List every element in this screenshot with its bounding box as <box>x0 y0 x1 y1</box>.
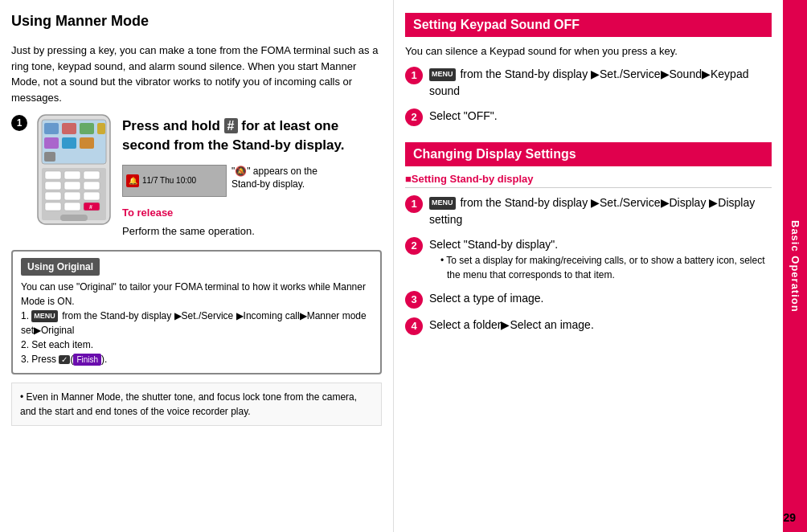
svg-rect-4 <box>80 123 94 134</box>
keypad-step-1: 1 MENU from the Stand-by display ▶Set./S… <box>405 66 772 100</box>
left-intro-text: Just by pressing a key, you can make a t… <box>11 43 382 105</box>
display-step-4-number: 4 <box>405 317 423 335</box>
display-step-2: 2 Select "Stand-by display". • To set a … <box>405 236 772 282</box>
svg-rect-11 <box>45 171 61 179</box>
note-box: • Even in Manner Mode, the shutter tone,… <box>11 383 382 426</box>
display-step-2-number: 2 <box>405 237 423 255</box>
keypad-step-2-number: 2 <box>405 108 423 126</box>
to-release-text: Perform the same operation. <box>122 225 382 237</box>
keypad-intro: You can silence a Keypad sound for when … <box>405 43 772 59</box>
using-original-title: Using Original <box>21 258 100 276</box>
manner-icon: 🔔 <box>126 174 139 187</box>
svg-rect-17 <box>45 192 61 200</box>
svg-rect-13 <box>84 171 100 179</box>
to-release-label: To release <box>122 207 382 219</box>
display-menu-icon: MENU <box>429 197 456 210</box>
finish-badge: Finish <box>73 354 101 366</box>
keypad-step-1-number: 1 <box>405 67 423 84</box>
display-step-3-text: Select a type of image. <box>429 292 543 305</box>
svg-rect-24 <box>60 215 88 221</box>
keypad-step-2-content: Select "OFF". <box>429 108 772 125</box>
checkmark-icon: ✓ <box>59 355 70 364</box>
keypad-section-title: Setting Keypad Sound OFF <box>405 13 772 37</box>
right-panel: Setting Keypad Sound OFF You can silence… <box>394 0 783 532</box>
display-step-3-content: Select a type of image. <box>429 290 772 307</box>
using-original-box: Using Original You can use "Original" to… <box>11 250 382 374</box>
svg-rect-19 <box>84 192 100 200</box>
keypad-step-1-content: MENU from the Stand-by display ▶Set./Ser… <box>429 66 772 100</box>
display-step-4-content: Select a folder▶Select an image. <box>429 317 772 334</box>
phone-screen-preview: 🔔 11/7 Thu 10:00 <box>122 165 227 197</box>
phone-illustration: # <box>34 113 114 226</box>
keypad-menu-icon: MENU <box>429 68 456 81</box>
left-panel: Using Manner Mode Just by pressing a key… <box>0 0 394 532</box>
svg-rect-15 <box>64 182 80 190</box>
svg-rect-21 <box>64 203 80 211</box>
display-step-1: 1 MENU from the Stand-by display ▶Set./S… <box>405 194 772 228</box>
svg-rect-2 <box>44 123 59 134</box>
display-step-2-bullet: • To set a display for making/receiving … <box>440 253 772 282</box>
display-step-2-text: Select "Stand-by display". <box>429 238 558 251</box>
display-section-title: Changing Display Settings <box>405 142 772 166</box>
svg-rect-7 <box>62 137 76 149</box>
svg-rect-8 <box>80 137 94 149</box>
using-original-body: You can use "Original" to tailor your FO… <box>21 280 372 366</box>
left-section-title: Using Manner Mode <box>11 13 382 30</box>
keypad-step-2-text: Select "OFF". <box>429 109 498 122</box>
svg-rect-14 <box>45 182 61 190</box>
svg-rect-20 <box>45 203 61 211</box>
display-step-4: 4 Select a folder▶Select an image. <box>405 317 772 335</box>
step-1-row: 1 <box>11 113 382 237</box>
step-1-number: 1 <box>11 115 27 131</box>
sidebar-tab: Basic Operation <box>783 0 807 532</box>
display-step-1-number: 1 <box>405 195 423 213</box>
main-content: Using Manner Mode Just by pressing a key… <box>0 0 807 532</box>
svg-rect-6 <box>44 137 59 149</box>
keypad-step-2: 2 Select "OFF". <box>405 108 772 126</box>
menu-icon-1: MENU <box>31 310 58 323</box>
svg-rect-12 <box>64 171 80 179</box>
step-1-instruction: Press and hold # for at least one second… <box>122 117 382 155</box>
screen-datetime: 11/7 Thu 10:00 <box>142 176 196 185</box>
keypad-section: Setting Keypad Sound OFF You can silence… <box>405 13 772 134</box>
step-1-area: # Press and hold # for at least one seco… <box>34 113 382 237</box>
svg-rect-3 <box>62 123 76 134</box>
display-sub-title: ■Setting Stand-by display <box>405 173 772 188</box>
svg-rect-5 <box>97 123 105 134</box>
screen-preview-area: 🔔 11/7 Thu 10:00 "🔕" appears on the Stan… <box>122 165 382 197</box>
display-step-3-number: 3 <box>405 291 423 309</box>
display-section: Changing Display Settings ■Setting Stand… <box>405 142 772 343</box>
phone-screen-area: Press and hold # for at least one second… <box>122 113 382 237</box>
display-step-1-content: MENU from the Stand-by display ▶Set./Ser… <box>429 194 772 228</box>
svg-rect-9 <box>44 152 55 162</box>
screen-caption: "🔕" appears on the Stand-by display. <box>231 165 344 192</box>
svg-rect-18 <box>64 192 80 200</box>
display-step-2-content: Select "Stand-by display". • To set a di… <box>429 236 772 282</box>
display-step-4-text: Select a folder▶Select an image. <box>429 318 594 331</box>
page-number: 29 <box>783 511 796 524</box>
display-step-3: 3 Select a type of image. <box>405 290 772 309</box>
svg-text:#: # <box>89 204 92 210</box>
svg-rect-16 <box>84 182 100 190</box>
